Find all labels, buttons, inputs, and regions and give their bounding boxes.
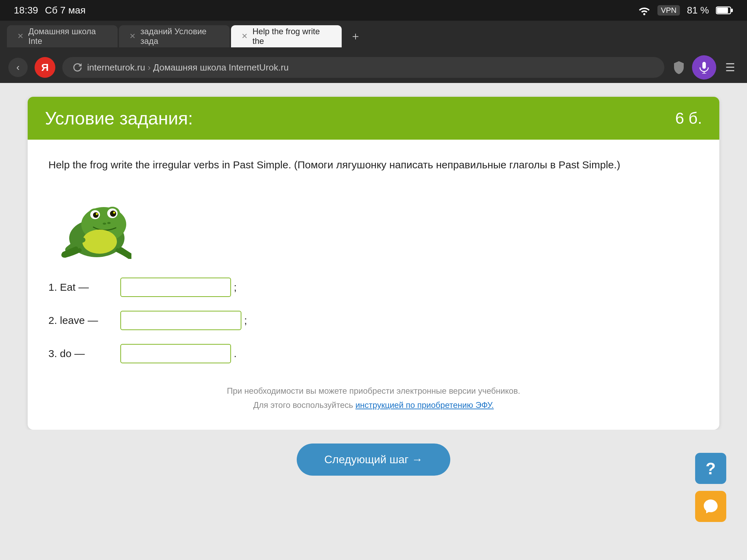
task-card: Условие задания: 6 б. Help the frog writ…: [28, 97, 719, 430]
tab-bar: ✕ Домашняя школа Inte ✕ заданий Условие …: [0, 21, 747, 52]
svg-rect-3: [702, 62, 706, 69]
svg-point-10: [96, 213, 98, 215]
shield-icon: [671, 60, 686, 75]
chat-button[interactable]: [695, 491, 726, 522]
exercise-1-punct: ;: [234, 281, 237, 293]
footer-text: При необходимости вы можете приобрести э…: [48, 384, 699, 412]
exercise-1-label: 1. Eat —: [48, 281, 118, 293]
url-breadcrumb: Домашняя школа InternetUrok.ru: [153, 62, 289, 73]
svg-point-9: [93, 212, 99, 218]
url-domain: interneturok.ru: [87, 62, 145, 73]
bottom-nav: Следующий шаг →: [21, 430, 726, 489]
task-description: Help the frog write the irregular verbs …: [48, 157, 699, 172]
battery-icon: [716, 6, 733, 15]
new-tab-button[interactable]: ＋: [346, 27, 365, 46]
exercise-2-input[interactable]: [120, 311, 241, 330]
help-icon: ?: [706, 459, 716, 478]
task-header-title: Условие задания:: [45, 108, 193, 129]
tab-2-label: заданий Условие зада: [140, 27, 219, 46]
url-separator: ›: [148, 62, 153, 73]
footer-link[interactable]: инструкцией по приобретению ЭФУ.: [356, 400, 494, 410]
svg-rect-1: [717, 8, 728, 13]
chat-icon: [702, 498, 719, 515]
svg-point-15: [103, 223, 106, 225]
vpn-badge: VPN: [657, 5, 680, 16]
back-button[interactable]: ‹: [8, 58, 28, 77]
task-points: 6 б.: [675, 109, 702, 128]
frog-image: [48, 186, 131, 259]
tab-close-2[interactable]: ✕: [129, 32, 136, 41]
exercise-3-input[interactable]: [120, 344, 231, 363]
task-header: Условие задания: 6 б.: [28, 97, 719, 140]
status-day: Сб 7 мая: [45, 5, 85, 16]
tab-2[interactable]: ✕ заданий Условие зада: [119, 25, 230, 47]
svg-point-14: [82, 230, 117, 254]
exercise-3-label: 3. do —: [48, 348, 118, 360]
exercise-2-label: 2. leave —: [48, 315, 118, 326]
status-time: 18:39: [14, 5, 38, 16]
exercise-2-punct: ;: [244, 315, 247, 326]
next-step-button[interactable]: Следующий шаг →: [297, 444, 451, 476]
status-bar: 18:39 Сб 7 мая VPN 81 %: [0, 0, 747, 21]
exercise-1-input[interactable]: [120, 278, 231, 297]
refresh-icon[interactable]: [72, 62, 83, 73]
footer-line-1: При необходимости вы можете приобрести э…: [48, 384, 699, 398]
address-bar: ‹ Я interneturok.ru › Домашняя школа Int…: [0, 52, 747, 83]
help-button[interactable]: ?: [695, 453, 726, 484]
tab-1-label: Домашняя школа Inte: [28, 27, 107, 46]
wifi-icon: [638, 6, 651, 15]
svg-point-16: [107, 222, 111, 224]
tab-3[interactable]: ✕ Help the frog write the: [231, 25, 342, 47]
svg-rect-2: [731, 9, 733, 12]
microphone-icon: [698, 61, 710, 74]
svg-point-12: [110, 211, 116, 217]
menu-button[interactable]: ☰: [722, 57, 739, 77]
footer-line-2: Для этого воспользуйтесь инструкцией по …: [48, 398, 699, 412]
tab-close-3[interactable]: ✕: [241, 32, 248, 41]
svg-point-13: [113, 212, 115, 214]
battery-text: 81 %: [687, 5, 709, 16]
url-bar[interactable]: interneturok.ru › Домашняя школа Interne…: [62, 57, 664, 78]
exercise-row-2: 2. leave — ;: [48, 311, 699, 330]
content-area: Условие задания: 6 б. Help the frog writ…: [0, 83, 747, 560]
exercise-3-punct: .: [234, 348, 237, 360]
microphone-button[interactable]: [692, 55, 716, 80]
url-text: interneturok.ru › Домашняя школа Interne…: [87, 62, 289, 73]
exercise-row-1: 1. Eat — ;: [48, 278, 699, 297]
yandex-logo[interactable]: Я: [35, 57, 55, 78]
tab-close-1[interactable]: ✕: [17, 32, 24, 41]
tab-1[interactable]: ✕ Домашняя школа Inte: [7, 25, 118, 47]
task-body: Help the frog write the irregular verbs …: [28, 140, 719, 430]
tab-3-label: Help the frog write the: [252, 27, 331, 46]
exercise-row-3: 3. do — .: [48, 344, 699, 363]
